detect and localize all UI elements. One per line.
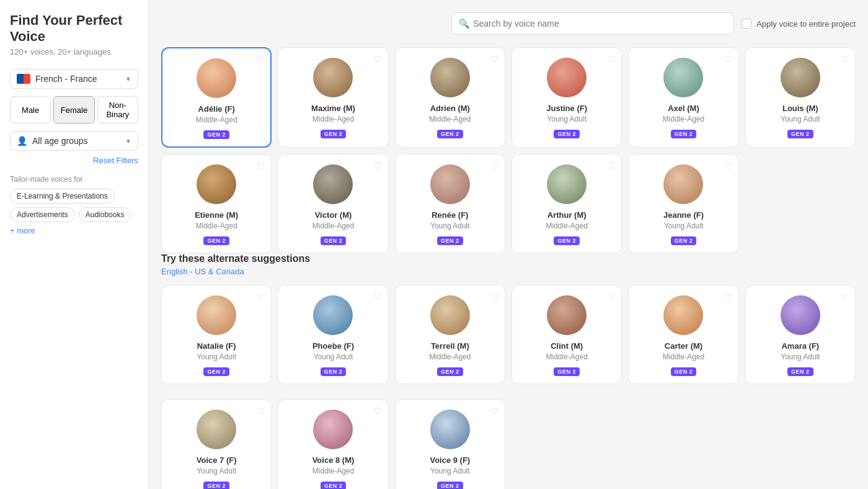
gen-badge: GEN 2 (437, 236, 463, 245)
voice-card[interactable]: ♡ Jeanne (F) Young Adult GEN 2 (628, 154, 738, 253)
reset-filters-link[interactable]: Reset Filters (10, 156, 138, 165)
gen-badge: GEN 2 (437, 130, 463, 138)
age-selector[interactable]: 👤 All age groups ▼ (10, 131, 138, 151)
avatar (781, 295, 820, 335)
favorite-button[interactable]: ♡ (490, 161, 498, 172)
voice-card[interactable]: ♡ Etienne (M) Middle-Aged GEN 2 (161, 154, 272, 253)
more-tags-link[interactable]: + more (10, 226, 138, 235)
favorite-button[interactable]: ♡ (257, 161, 265, 172)
voice-age: Middle-Aged (285, 222, 381, 230)
chevron-down-icon: ▼ (125, 138, 131, 145)
voice-card[interactable]: ♡ Adrien (M) Middle-Aged GEN 2 (395, 47, 505, 148)
voice-name: Victor (M) (285, 210, 381, 220)
gender-nonbinary-button[interactable]: Non-Binary (97, 96, 138, 123)
age-filter-label: All age groups (32, 136, 120, 146)
voice-name: Axel (M) (635, 104, 732, 113)
tag-elearning[interactable]: E-Learning & Presentations (10, 189, 115, 204)
voice-card[interactable]: ♡ Phoebe (F) Young Adult GEN 2 (278, 285, 388, 384)
language-selector[interactable]: French - France ▼ (10, 69, 138, 89)
avatar (313, 58, 353, 97)
avatar (547, 295, 587, 335)
tag-advertisements[interactable]: Advertisements (10, 207, 75, 222)
gen-badge: GEN 2 (671, 130, 697, 138)
voice-card[interactable]: ♡ Voice 7 (F) Young Adult GEN 2 (161, 399, 272, 489)
voice-name: Voice 7 (F) (168, 455, 265, 465)
gen-badge: GEN 2 (671, 236, 697, 245)
favorite-button[interactable]: ♡ (841, 54, 849, 65)
gen-badge: GEN 2 (554, 236, 580, 245)
gen-badge: GEN 2 (321, 130, 347, 138)
voice-name: Louis (M) (752, 104, 849, 113)
favorite-button[interactable]: ♡ (490, 406, 498, 417)
voice-card[interactable]: ♡ Amara (F) Young Adult GEN 2 (745, 285, 856, 384)
favorite-button[interactable]: ♡ (490, 54, 498, 65)
tag-audiobooks[interactable]: Audiobooks (79, 207, 131, 222)
gen-badge: GEN 2 (321, 482, 347, 489)
gen-badge: GEN 2 (321, 236, 347, 245)
alternate-subtitle: English - US & Canada (161, 267, 856, 276)
gender-male-button[interactable]: Male (10, 96, 51, 123)
voice-card[interactable]: ♡ Adélie (F) Middle-Aged GEN 2 (161, 47, 272, 148)
page-title: Find Your Perfect Voice (10, 12, 138, 45)
voice-card[interactable]: ♡ Arthur (M) Middle-Aged GEN 2 (512, 154, 622, 253)
favorite-button[interactable]: ♡ (724, 161, 732, 172)
voice-card[interactable]: ♡ Voice 9 (F) Young Adult GEN 2 (395, 399, 505, 489)
avatar (313, 164, 353, 204)
favorite-button[interactable]: ♡ (374, 161, 382, 172)
favorite-button[interactable]: ♡ (256, 55, 264, 66)
language-flag (17, 74, 30, 84)
avatar (547, 164, 587, 204)
voice-card[interactable]: ♡ Voice 8 (M) Middle-Aged GEN 2 (278, 399, 388, 489)
favorite-button[interactable]: ♡ (607, 292, 615, 303)
english-voices-grid: ♡ Natalie (F) Young Adult GEN 2 ♡ Phoebe… (161, 285, 856, 384)
voice-card[interactable]: ♡ Louis (M) Young Adult GEN 2 (745, 47, 856, 148)
gen-badge: GEN 2 (203, 482, 229, 489)
voice-name: Clint (M) (518, 341, 615, 351)
favorite-button[interactable]: ♡ (490, 292, 498, 303)
voice-age: Middle-Aged (402, 115, 498, 123)
apply-checkbox[interactable] (742, 19, 751, 29)
gender-female-button[interactable]: Female (53, 96, 94, 123)
gen-badge: GEN 2 (554, 367, 580, 376)
voice-age: Middle-Aged (635, 352, 732, 361)
search-wrapper: 🔍 (451, 12, 734, 35)
voice-card[interactable]: ♡ Renée (F) Young Adult GEN 2 (395, 154, 505, 253)
favorite-button[interactable]: ♡ (607, 161, 615, 172)
more-english-voices-grid: ♡ Voice 7 (F) Young Adult GEN 2 ♡ Voice … (161, 399, 856, 489)
voice-card[interactable]: ♡ Maxime (M) Middle-Aged GEN 2 (278, 47, 388, 148)
voice-card[interactable]: ♡ Terrell (M) Middle-Aged GEN 2 (395, 285, 505, 384)
favorite-button[interactable]: ♡ (724, 292, 732, 303)
voice-card[interactable]: ♡ Victor (M) Middle-Aged GEN 2 (278, 154, 388, 253)
main-content: 🔍 Apply voice to entire project ♡ Adélie… (149, 0, 868, 489)
voice-card[interactable]: ♡ Clint (M) Middle-Aged GEN 2 (512, 285, 622, 384)
favorite-button[interactable]: ♡ (724, 54, 732, 65)
voice-card[interactable]: ♡ Natalie (F) Young Adult GEN 2 (161, 285, 272, 384)
alternate-section: Try these alternate suggestions English … (161, 253, 856, 489)
voice-card[interactable]: ♡ Justine (F) Young Adult GEN 2 (512, 47, 622, 148)
gen-badge: GEN 2 (203, 367, 229, 376)
avatar (313, 410, 353, 449)
avatar (197, 164, 236, 204)
favorite-button[interactable]: ♡ (257, 292, 265, 303)
voice-card[interactable]: ♡ Carter (M) Middle-Aged GEN 2 (628, 285, 738, 384)
favorite-button[interactable]: ♡ (374, 292, 382, 303)
alternate-title: Try these alternate suggestions (161, 253, 856, 264)
voice-card[interactable]: ♡ Axel (M) Middle-Aged GEN 2 (628, 47, 738, 148)
voice-name: Etienne (M) (168, 210, 265, 220)
search-input[interactable] (451, 12, 734, 35)
voice-age: Young Adult (168, 352, 265, 361)
avatar (430, 58, 470, 97)
gen-badge: GEN 2 (437, 367, 463, 376)
favorite-button[interactable]: ♡ (257, 406, 265, 417)
gender-filter: Male Female Non-Binary (10, 96, 138, 123)
avatar (547, 58, 587, 97)
favorite-button[interactable]: ♡ (374, 54, 382, 65)
apply-label: Apply voice to entire project (756, 19, 856, 29)
french-voices-grid: ♡ Adélie (F) Middle-Aged GEN 2 ♡ Maxime … (161, 47, 856, 253)
voice-age: Young Adult (168, 467, 265, 475)
favorite-button[interactable]: ♡ (841, 292, 849, 303)
avatar (430, 295, 470, 335)
favorite-button[interactable]: ♡ (607, 54, 615, 65)
favorite-button[interactable]: ♡ (374, 406, 382, 417)
gen-badge: GEN 2 (203, 236, 229, 245)
